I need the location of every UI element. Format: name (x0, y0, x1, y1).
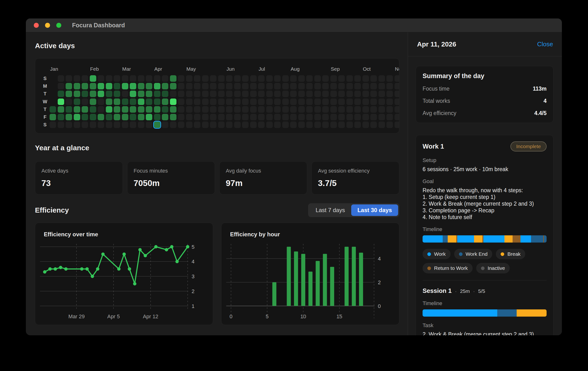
heatmap-cell[interactable] (378, 106, 385, 113)
last-30-days-button[interactable]: Last 30 days (351, 204, 398, 216)
heatmap-cell[interactable] (226, 106, 232, 113)
heatmap-cell[interactable] (122, 75, 128, 82)
heatmap-cell[interactable] (386, 98, 393, 105)
heatmap-cell[interactable] (274, 91, 281, 97)
heatmap-cell[interactable] (82, 114, 88, 120)
heatmap-cell[interactable] (146, 75, 152, 82)
heatmap-cell[interactable] (346, 83, 353, 89)
heatmap-cell[interactable] (234, 75, 241, 82)
heatmap-cell[interactable] (90, 75, 96, 82)
heatmap-cell[interactable] (154, 91, 160, 97)
heatmap-cell[interactable] (178, 83, 184, 89)
heatmap-cell[interactable] (82, 106, 88, 113)
heatmap-cell[interactable] (322, 98, 329, 105)
heatmap-cell[interactable] (226, 91, 232, 97)
heatmap-cell[interactable] (106, 114, 112, 120)
heatmap-cell[interactable] (314, 75, 321, 82)
heatmap-cell[interactable] (354, 91, 361, 97)
heatmap-cell[interactable] (266, 75, 273, 82)
window-zoom-icon[interactable] (56, 23, 61, 28)
heatmap-cell[interactable] (234, 98, 241, 105)
heatmap-cell[interactable] (106, 75, 112, 82)
heatmap-cell[interactable] (395, 83, 399, 89)
heatmap-cell[interactable] (378, 121, 385, 128)
heatmap-cell[interactable] (322, 114, 329, 120)
heatmap-cell[interactable] (386, 75, 393, 82)
heatmap-cell[interactable] (274, 121, 281, 128)
heatmap-cell[interactable] (74, 83, 80, 89)
heatmap-cell[interactable] (218, 75, 225, 82)
heatmap-cell[interactable] (202, 121, 209, 128)
heatmap-cell[interactable] (282, 83, 289, 89)
heatmap-cell[interactable] (330, 106, 337, 113)
heatmap-cell[interactable] (178, 114, 184, 120)
heatmap-cell[interactable] (210, 98, 216, 105)
heatmap-cell[interactable] (250, 83, 257, 89)
heatmap-cell[interactable] (346, 114, 353, 120)
heatmap-cell[interactable] (370, 98, 377, 105)
heatmap-cell[interactable] (98, 121, 104, 128)
heatmap-cell[interactable] (370, 91, 377, 97)
heatmap-cell[interactable] (210, 83, 216, 89)
heatmap-cell[interactable] (66, 91, 72, 97)
heatmap-cell[interactable] (370, 114, 377, 120)
heatmap-cell[interactable] (74, 106, 80, 113)
heatmap-cell[interactable] (194, 98, 200, 105)
heatmap-cell[interactable] (282, 114, 289, 120)
heatmap-cell[interactable] (154, 106, 160, 113)
heatmap-cell[interactable] (162, 83, 168, 89)
heatmap-cell[interactable] (146, 121, 152, 128)
heatmap-cell[interactable] (138, 106, 144, 113)
heatmap-cell[interactable] (250, 106, 257, 113)
heatmap-cell[interactable] (258, 75, 264, 82)
heatmap-cell[interactable] (258, 91, 264, 97)
heatmap-cell[interactable] (106, 121, 112, 128)
heatmap-cell[interactable] (314, 98, 321, 105)
heatmap-cell[interactable] (386, 114, 393, 120)
heatmap-cell[interactable] (194, 75, 200, 82)
heatmap-cell[interactable] (170, 75, 177, 82)
heatmap-cell[interactable] (242, 98, 249, 105)
heatmap-cell[interactable] (114, 121, 120, 128)
heatmap-cell[interactable] (370, 121, 377, 128)
heatmap-cell[interactable] (322, 83, 329, 89)
heatmap-cell[interactable] (194, 91, 200, 97)
heatmap-cell[interactable] (162, 91, 168, 97)
heatmap-cell[interactable] (130, 106, 136, 113)
heatmap-cell[interactable] (395, 75, 399, 82)
heatmap-cell[interactable] (258, 121, 264, 128)
heatmap-cell[interactable] (186, 91, 192, 97)
heatmap-cell[interactable] (218, 106, 225, 113)
heatmap-cell[interactable] (314, 114, 321, 120)
heatmap-cell[interactable] (210, 106, 216, 113)
heatmap-cell[interactable] (82, 91, 88, 97)
close-link[interactable]: Close (537, 41, 553, 48)
heatmap-cell[interactable] (90, 83, 96, 89)
heatmap-cell[interactable] (274, 75, 281, 82)
heatmap-cell[interactable] (330, 121, 337, 128)
heatmap-cell[interactable] (314, 83, 321, 89)
heatmap-cell[interactable] (322, 121, 329, 128)
heatmap-cell[interactable] (74, 75, 80, 82)
heatmap-cell[interactable] (354, 75, 361, 82)
heatmap-cell[interactable] (154, 98, 160, 105)
heatmap-cell[interactable] (274, 98, 281, 105)
last-7-days-button[interactable]: Last 7 days (309, 204, 351, 216)
heatmap-cell[interactable] (290, 98, 297, 105)
heatmap-cell[interactable] (250, 121, 257, 128)
heatmap-cell[interactable] (306, 121, 313, 128)
heatmap-cell[interactable] (346, 98, 353, 105)
heatmap-cell[interactable] (298, 91, 305, 97)
heatmap-cell[interactable] (82, 75, 88, 82)
heatmap-cell[interactable] (242, 106, 249, 113)
heatmap-cell[interactable] (362, 91, 369, 97)
heatmap-cell[interactable] (82, 83, 88, 89)
heatmap-cell[interactable] (170, 83, 177, 89)
heatmap-cell[interactable] (106, 83, 112, 89)
heatmap-cell[interactable] (378, 91, 385, 97)
heatmap-cell[interactable] (362, 114, 369, 120)
heatmap-cell[interactable] (362, 83, 369, 89)
heatmap-cell[interactable] (298, 83, 305, 89)
heatmap-cell[interactable] (114, 91, 120, 97)
heatmap-cell[interactable] (226, 75, 232, 82)
